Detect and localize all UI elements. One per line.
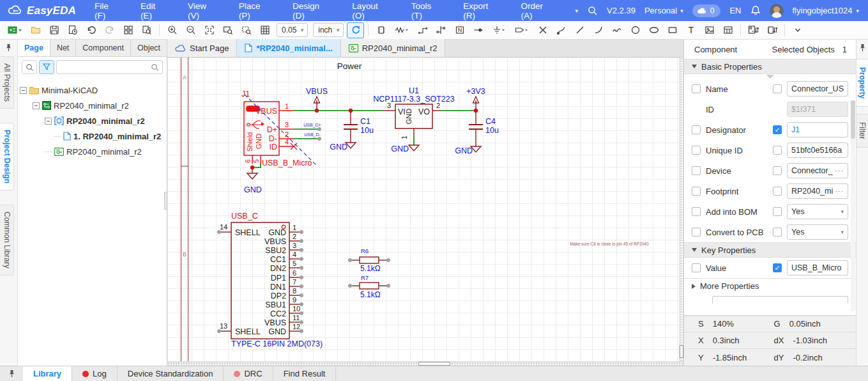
reuse-block-button[interactable] — [763, 22, 780, 38]
tab-start-page[interactable]: Start Page — [167, 39, 237, 57]
draw-rect-button[interactable] — [664, 22, 681, 38]
menu-more-chevron-icon[interactable]: ▾ — [566, 0, 588, 21]
menu-edit[interactable]: Edit (E) — [131, 0, 178, 21]
place-noconnect-button[interactable] — [534, 22, 551, 38]
zoom-window-button[interactable] — [219, 22, 236, 38]
tab-project-design[interactable]: Project Design — [0, 123, 14, 190]
place-bus-button[interactable] — [432, 22, 450, 38]
expander-icon[interactable] — [33, 102, 40, 109]
name-input[interactable]: Connector_US — [787, 81, 848, 97]
tree-item-schematic-page[interactable]: 1. RP2040_minimal_r2 — [18, 128, 167, 144]
grid-size-select[interactable]: 0.05▼ — [277, 23, 308, 37]
tab-component[interactable]: Component — [76, 40, 131, 56]
designator-checkbox[interactable] — [692, 125, 701, 134]
expander-icon[interactable] — [20, 87, 27, 94]
toolbar-more-chevron-icon[interactable] — [789, 22, 806, 38]
tree-search-button[interactable] — [22, 60, 37, 74]
property-scrollbar[interactable] — [851, 100, 855, 311]
tab-find-result[interactable]: Find Result — [273, 366, 337, 381]
tab-page[interactable]: Page — [18, 40, 50, 56]
user-menu[interactable]: flyingobject1024▾ — [793, 6, 860, 15]
undo-button[interactable] — [82, 22, 100, 38]
name-checkbox[interactable] — [692, 84, 701, 93]
unique-id-value-checkbox[interactable] — [773, 146, 782, 155]
place-ground-button[interactable] — [488, 22, 510, 38]
ellipsis-button[interactable]: ··· — [835, 167, 844, 175]
tree-item-schematic[interactable]: RP2040_minimal_r2 — [18, 113, 167, 128]
tab-all-projects[interactable]: All Projects — [0, 56, 14, 109]
tab-schematic-doc[interactable]: *RP2040_minimal... — [237, 39, 340, 57]
zoom-out-button[interactable] — [182, 22, 199, 38]
cloud-usage-badge[interactable]: 0 — [692, 4, 721, 17]
bom-checkbox[interactable] — [692, 207, 701, 216]
unique-id-input[interactable]: 51bfc0e5166a — [787, 143, 848, 158]
bom-select[interactable]: Yes▾ — [787, 204, 848, 219]
pcb-select[interactable]: Yes▾ — [787, 224, 848, 240]
tab-library[interactable]: Library — [23, 366, 72, 381]
place-sheet-button[interactable] — [719, 22, 736, 38]
device-input[interactable]: Connector_··· — [787, 163, 848, 178]
zoom-selection-button[interactable] — [238, 22, 255, 38]
ellipsis-button[interactable]: ··· — [835, 187, 844, 195]
section-basic-properties[interactable]: Basic Properties — [684, 59, 856, 74]
tab-property[interactable]: Property — [856, 59, 868, 107]
zoom-in-button[interactable] — [164, 22, 181, 38]
tab-drc[interactable]: DRC — [224, 366, 273, 381]
place-netflag-button[interactable] — [469, 22, 487, 38]
device-value-checkbox[interactable] — [773, 166, 782, 175]
find-similar-button[interactable] — [138, 22, 155, 38]
tab-filter[interactable]: Filter — [856, 114, 868, 148]
save-as-history-button[interactable] — [64, 22, 81, 38]
value-input[interactable]: USB_B_Micro — [787, 260, 848, 276]
tab-device-standardization[interactable]: Device Standardization — [118, 366, 224, 381]
value-checkbox[interactable] — [692, 263, 701, 272]
canvas-vertical-scrollbar[interactable] — [679, 58, 683, 361]
unit-select[interactable]: inch▼ — [313, 23, 344, 37]
grid-settings-button[interactable] — [256, 22, 273, 38]
menu-tools[interactable]: Tools (T) — [402, 0, 453, 21]
value-value-checkbox[interactable]: ✓ — [773, 263, 782, 272]
footprint-value-checkbox[interactable] — [773, 187, 782, 196]
rotate-tool-button[interactable] — [347, 22, 364, 38]
name-value-checkbox[interactable] — [773, 84, 782, 93]
tree-item-project[interactable]: RP2040_minimal_r2 — [18, 98, 167, 113]
designator-value-checkbox[interactable]: ✓ — [773, 125, 782, 134]
menu-view[interactable]: View (V) — [178, 0, 229, 21]
draw-arc-button[interactable] — [590, 22, 607, 38]
canvas-horizontal-scrollbar[interactable] — [167, 361, 683, 366]
place-netlabel-button[interactable]: N — [451, 22, 468, 38]
draw-ellipse-button[interactable] — [645, 22, 662, 38]
tree-search-input[interactable] — [56, 60, 163, 74]
menu-place[interactable]: Place (P) — [229, 0, 283, 21]
tab-pcb-doc[interactable]: RP2040_minimal_r2 — [341, 39, 446, 57]
footprint-input[interactable]: RP2040_mi··· — [787, 183, 848, 199]
draw-circle-button[interactable] — [627, 22, 644, 38]
fit-screen-button[interactable] — [201, 22, 218, 38]
device-checkbox[interactable] — [692, 166, 701, 175]
unique-id-checkbox[interactable] — [692, 146, 701, 155]
tree-item-folder[interactable]: Minimal-KiCAD — [18, 82, 167, 98]
tree-filter-button[interactable] — [39, 60, 54, 74]
account-type-menu[interactable]: Personal▾ — [644, 6, 683, 15]
symbol-wizard-button[interactable] — [745, 22, 762, 38]
expander-icon[interactable] — [45, 118, 52, 125]
tab-object[interactable]: Object — [131, 40, 167, 56]
r7-resistor[interactable] — [348, 283, 390, 289]
place-text-button[interactable]: T — [682, 22, 699, 38]
easyeda-logo[interactable]: EasyEDA — [0, 4, 85, 17]
save-button[interactable] — [45, 22, 63, 38]
usbc-connector[interactable] — [217, 222, 303, 339]
language-selector[interactable]: EN — [729, 6, 741, 15]
notifications-bell-icon[interactable] — [750, 5, 761, 16]
pin-panel-icon[interactable] — [9, 369, 15, 378]
section-key-properties[interactable]: Key Properties — [684, 242, 856, 258]
tab-log[interactable]: Log — [72, 366, 118, 381]
bom-value-checkbox[interactable] — [773, 207, 782, 216]
draw-spline-button[interactable] — [608, 22, 625, 38]
schematic-canvas[interactable]: A B Power — [167, 58, 683, 361]
pcb-checkbox[interactable] — [692, 228, 701, 237]
tab-common-library[interactable]: Common Library — [0, 205, 14, 276]
menu-layout[interactable]: Layout (O) — [342, 0, 401, 21]
place-image-button[interactable] — [701, 22, 718, 38]
place-port-button[interactable] — [511, 22, 533, 38]
